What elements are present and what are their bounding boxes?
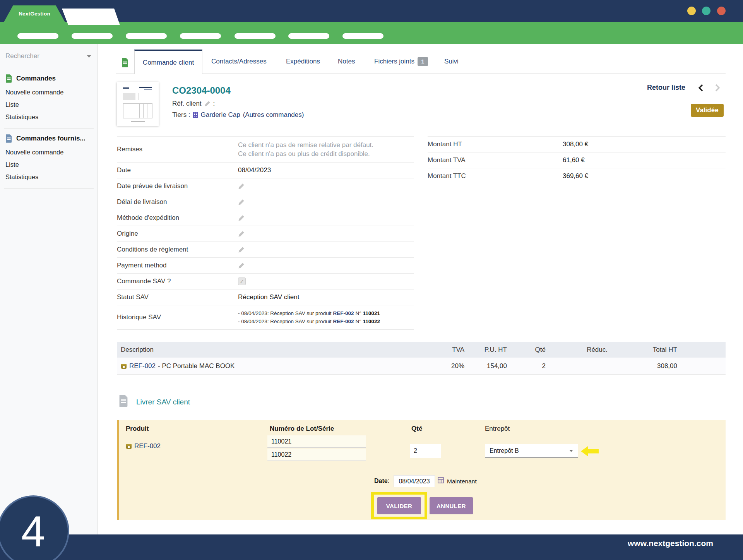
link-autres-commandes[interactable]: (Autres commandes) — [243, 111, 304, 119]
tab-suivi[interactable]: Suivi — [444, 58, 459, 65]
edit-pencil-icon[interactable] — [204, 101, 211, 107]
valider-button[interactable]: VALIDER — [377, 497, 421, 514]
tiers-line: Tiers : Garderie Cap (Autres commandes) — [172, 111, 304, 119]
edit-pencil-icon[interactable] — [238, 231, 245, 237]
sidebar-divider — [4, 188, 94, 189]
search-input[interactable]: Rechercher — [5, 51, 93, 64]
edit-pencil-icon[interactable] — [238, 183, 245, 190]
totals-row-ht: Montant HT 308,00 € — [428, 137, 726, 152]
sav-product: REF-002 — [126, 442, 161, 450]
items-table: Description TVA P.U. HT Qté Réduc. Total… — [117, 342, 726, 375]
order-thumbnail[interactable] — [117, 82, 159, 126]
sidebar-item-liste[interactable]: Liste — [5, 98, 98, 111]
field-row-payment-method: Payment method — [117, 258, 414, 274]
product-link[interactable]: REF-002 — [129, 362, 156, 370]
tab-notes[interactable]: Notes — [338, 58, 355, 65]
document-gray-icon — [118, 395, 128, 409]
step-number: 4 — [21, 510, 45, 553]
tab-fichiers-joints[interactable]: Fichiers joints — [374, 58, 414, 65]
cell-tva: 20% — [426, 362, 464, 370]
field-row-methode-expedition: Méthode d'expédition — [117, 210, 414, 226]
field-row-commande-sav: Commande SAV ? ✓ — [117, 274, 414, 289]
cell-pu-ht: 154,00 — [464, 362, 507, 370]
totals-row-ttc: Montant TTC 369,60 € — [428, 168, 726, 184]
sav-col-qte: Qté — [411, 425, 422, 433]
document-blue-icon — [5, 134, 12, 143]
sav-delivery-panel: Produit Numéro de Lot/Série Qté Entrepôt… — [117, 420, 726, 520]
nav-pill[interactable] — [235, 33, 276, 39]
sidebar-divider — [4, 128, 94, 129]
secondary-window-tab[interactable] — [62, 9, 120, 25]
nav-pill[interactable] — [342, 33, 383, 39]
sidebar-item-liste-fournisseur[interactable]: Liste — [5, 158, 98, 171]
product-ref-link[interactable]: REF-002 — [134, 442, 161, 450]
product-name: - PC Portable MAC BOOK — [158, 362, 235, 370]
tab-expeditions[interactable]: Expéditions — [286, 58, 320, 65]
sav-date-input[interactable] — [394, 475, 435, 487]
now-button[interactable]: Maintenant — [447, 478, 477, 485]
calendar-icon[interactable] — [438, 477, 444, 485]
lot-serial-input-2[interactable] — [267, 449, 366, 461]
back-to-list-link[interactable]: Retour liste — [647, 84, 685, 92]
sidebar-section-commandes-fournisseurs[interactable]: Commandes fournis... — [5, 134, 98, 143]
field-label: Commande SAV ? — [117, 277, 238, 285]
nav-pill[interactable] — [17, 33, 58, 39]
col-pu-ht: P.U. HT — [464, 346, 507, 354]
edit-pencil-icon[interactable] — [238, 199, 245, 206]
col-qte: Qté — [507, 346, 546, 354]
sidebar-item-statistiques[interactable]: Statistiques — [5, 111, 98, 123]
edit-pencil-icon[interactable] — [238, 215, 245, 221]
order-fields: Remises Ce client n'a pas de remise rela… — [117, 136, 414, 330]
status-badge: Validée — [691, 104, 724, 117]
nav-pill[interactable] — [180, 33, 221, 39]
total-value: 369,60 € — [563, 172, 588, 180]
field-row-historique-sav: Historique SAV - 08/04/2023: Réception S… — [117, 305, 414, 330]
chevron-left-icon[interactable] — [698, 84, 704, 94]
product-ref-link[interactable]: REF-002 — [333, 319, 354, 324]
field-row-conditions-reglement: Conditions de règlement — [117, 242, 414, 258]
nav-pill[interactable] — [288, 33, 329, 39]
package-icon — [126, 443, 132, 449]
sav-col-entrepot: Entrepôt — [485, 425, 510, 433]
minimize-button[interactable] — [687, 7, 696, 15]
qty-input[interactable] — [410, 444, 441, 458]
sav-section-title[interactable]: Livrer SAV client — [136, 398, 190, 406]
maximize-button[interactable] — [702, 7, 710, 15]
total-label: Montant TVA — [428, 156, 563, 164]
field-row-remises: Remises Ce client n'a pas de remise rela… — [117, 137, 414, 163]
tab-contacts-adresses[interactable]: Contacts/Adresses — [211, 58, 267, 65]
close-button[interactable] — [717, 7, 726, 15]
lot-serial-input-1[interactable] — [267, 435, 366, 448]
nav-pill[interactable] — [72, 33, 113, 39]
nextgestion-logo-tab[interactable]: NextGestion — [4, 5, 65, 22]
brand-label: NextGestion — [19, 11, 50, 17]
product-ref-link[interactable]: REF-002 — [333, 310, 354, 316]
building-icon — [193, 112, 198, 118]
field-row-delai: Délai de livraison — [117, 194, 414, 210]
edit-pencil-icon[interactable] — [238, 247, 245, 253]
annuler-button[interactable]: ANNULER — [430, 497, 473, 514]
field-label: Date — [117, 166, 238, 174]
credit-info-line: Ce client n'a pas ou plus de crédit disp… — [238, 149, 373, 158]
field-label: Payment method — [117, 262, 238, 269]
tab-commande-client[interactable]: Commande client — [134, 50, 202, 74]
sidebar-item-nouvelle-commande[interactable]: Nouvelle commande — [5, 86, 98, 98]
warehouse-select[interactable]: Entrepôt B — [485, 444, 578, 458]
tiers-label: Tiers : — [172, 111, 190, 119]
sidebar-item-nouvelle-commande-fournisseur[interactable]: Nouvelle commande — [5, 146, 98, 158]
col-total-ht: Total HT — [608, 346, 677, 354]
sav-checkbox[interactable]: ✓ — [238, 277, 246, 285]
field-row-statut-sav: Statut SAV Réception SAV client — [117, 289, 414, 305]
remise-info-line: Ce client n'a pas de remise relative par… — [238, 140, 373, 149]
sidebar-section-commandes[interactable]: Commandes — [5, 74, 98, 83]
sav-col-lot: Numéro de Lot/Série — [270, 425, 334, 433]
sidebar-item-statistiques-fournisseur[interactable]: Statistiques — [5, 171, 98, 183]
sidebar-section-title: Commandes — [16, 75, 56, 82]
chevron-down-icon — [569, 450, 573, 452]
edit-pencil-icon[interactable] — [238, 262, 245, 269]
chevron-right-icon[interactable] — [714, 84, 721, 94]
ref-client-colon: : — [213, 100, 215, 108]
item-row: REF-002 - PC Portable MAC BOOK 20% 154,0… — [117, 358, 726, 375]
nav-pill[interactable] — [126, 33, 167, 39]
link-garderie-cap[interactable]: Garderie Cap — [201, 111, 240, 119]
